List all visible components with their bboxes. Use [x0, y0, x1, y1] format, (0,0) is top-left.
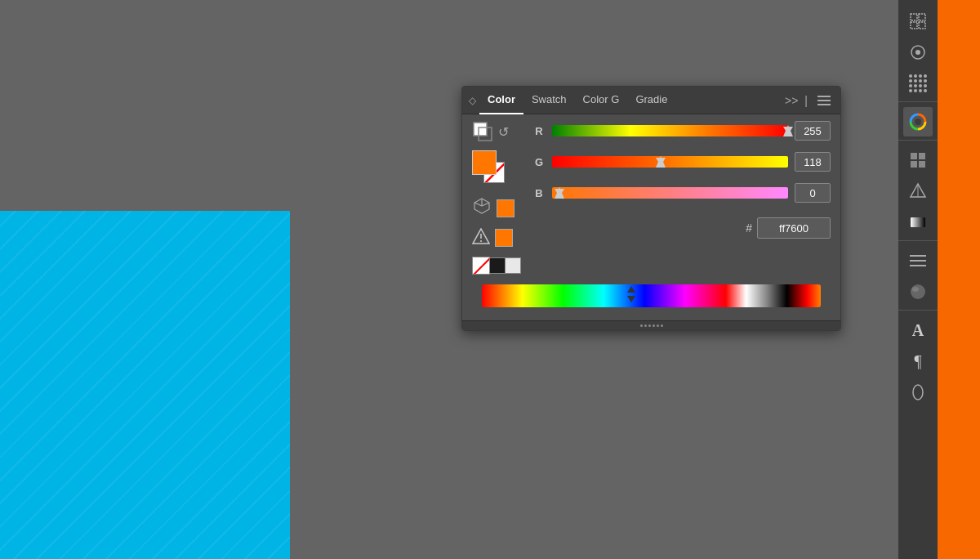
svg-rect-8: [911, 153, 917, 159]
svg-rect-3: [919, 22, 925, 29]
white-swatch[interactable]: [505, 257, 521, 274]
tool-section-1: [898, 3, 938, 102]
g-label: G: [532, 156, 546, 168]
black-swatch[interactable]: [489, 257, 506, 274]
hex-input[interactable]: ff7600: [757, 217, 831, 239]
b-slider-thumb[interactable]: [555, 187, 564, 199]
tool-section-3: [898, 142, 938, 241]
fill-swatch[interactable]: [472, 150, 497, 175]
svg-point-20: [913, 385, 923, 400]
paragraph-label: ¶: [914, 352, 921, 371]
svg-point-18: [911, 284, 925, 299]
oval-tool[interactable]: [903, 378, 933, 407]
text-A-label: A: [912, 321, 924, 340]
svg-rect-14: [911, 217, 925, 227]
tab-color-guide[interactable]: Color G: [575, 87, 628, 114]
svg-marker-33: [656, 156, 666, 168]
panel-header: ◇ Color Swatch Color G Gradie >> |: [462, 87, 840, 114]
fill-stroke-selector[interactable]: [472, 121, 493, 142]
more-tabs-btn[interactable]: >>: [785, 94, 798, 107]
b-label: B: [532, 187, 546, 199]
panel-collapse-arrow[interactable]: ◇: [469, 95, 476, 106]
text-tool[interactable]: A: [903, 315, 933, 345]
panel-body: ↺: [462, 114, 840, 278]
svg-rect-11: [919, 161, 925, 168]
blue-rectangle: [0, 211, 290, 559]
tool-section-4: [898, 243, 938, 311]
panel-left-col: ↺: [472, 121, 528, 275]
svg-rect-2: [911, 22, 917, 29]
reset-color-btn[interactable]: ↺: [498, 124, 509, 140]
svg-point-7: [915, 119, 921, 125]
svg-marker-36: [627, 296, 635, 302]
r-value[interactable]: 255: [795, 121, 831, 141]
color-swatch-stack[interactable]: [472, 150, 513, 188]
svg-marker-32: [783, 125, 793, 136]
svg-marker-35: [627, 286, 635, 293]
svg-rect-21: [474, 123, 487, 136]
g-value[interactable]: 118: [795, 152, 831, 172]
tool-strip: A ¶: [898, 0, 938, 559]
r-slider-track[interactable]: [552, 125, 788, 136]
color-wheel-tool[interactable]: [903, 107, 933, 136]
scroll-dot: [661, 324, 663, 327]
g-slider-track[interactable]: [552, 156, 788, 168]
r-slider-row: R 255: [532, 121, 831, 141]
tab-color[interactable]: Color: [479, 87, 523, 114]
warning-btn[interactable]: [472, 228, 490, 247]
tab-swatch[interactable]: Swatch: [523, 87, 575, 114]
spectrum-bar[interactable]: [482, 284, 821, 307]
sphere-tool[interactable]: [903, 277, 933, 306]
menu-lines-tool[interactable]: [903, 246, 933, 275]
svg-point-19: [912, 287, 919, 292]
circle-tool[interactable]: [903, 38, 933, 67]
svg-point-30: [480, 240, 482, 242]
scroll-indicator: [640, 324, 663, 327]
svg-line-31: [473, 257, 490, 275]
spectrum-cursor: [627, 286, 635, 306]
svg-rect-0: [911, 14, 917, 20]
color-mode-swatch[interactable]: [497, 199, 514, 217]
3d-cube-btn[interactable]: [472, 196, 492, 220]
b-value[interactable]: 0: [795, 183, 831, 203]
r-slider-thumb[interactable]: [783, 125, 793, 136]
none-swatch[interactable]: [472, 257, 490, 275]
svg-rect-9: [919, 153, 925, 159]
svg-marker-34: [555, 187, 564, 199]
scroll-dot: [640, 324, 643, 327]
scroll-dot: [657, 324, 659, 327]
grid-4-tool[interactable]: [903, 145, 933, 175]
panel-menu-btn[interactable]: [814, 92, 834, 109]
panel-bottom-bar: [462, 320, 840, 330]
right-sidebar: [938, 0, 980, 559]
panel-header-more: >> |: [785, 92, 834, 109]
paragraph-tool[interactable]: ¶: [903, 347, 933, 376]
scroll-dot: [644, 324, 647, 327]
b-slider-track[interactable]: [552, 187, 788, 199]
g-slider-row: G 118: [532, 152, 831, 172]
svg-rect-10: [911, 161, 917, 168]
hex-row: # ff7600: [532, 217, 831, 239]
g-slider-thumb[interactable]: [656, 156, 666, 168]
svg-rect-1: [919, 14, 925, 20]
warning-color-swatch[interactable]: [495, 229, 513, 247]
spectrum-container: [462, 284, 840, 320]
tab-gradient[interactable]: Gradie: [627, 87, 675, 114]
tool-section-5: A ¶: [898, 312, 938, 410]
grid-select-tool[interactable]: [903, 7, 933, 36]
svg-line-27: [474, 203, 482, 206]
panel-right-col: R 255 G 118 B: [532, 121, 831, 275]
b-slider-row: B 0: [532, 183, 831, 203]
svg-line-26: [482, 203, 489, 206]
hex-symbol: #: [746, 221, 752, 235]
header-divider: |: [804, 94, 808, 107]
svg-point-5: [915, 50, 920, 55]
color-panel: ◇ Color Swatch Color G Gradie >> |: [461, 86, 841, 331]
gradient-tool[interactable]: [903, 208, 933, 237]
shape-tool[interactable]: [903, 177, 933, 206]
bw-swatches-row: [472, 257, 528, 275]
tool-section-2: [898, 104, 938, 141]
r-label: R: [532, 125, 546, 137]
scroll-dot: [648, 324, 651, 327]
dots-grid-tool[interactable]: [903, 69, 933, 98]
